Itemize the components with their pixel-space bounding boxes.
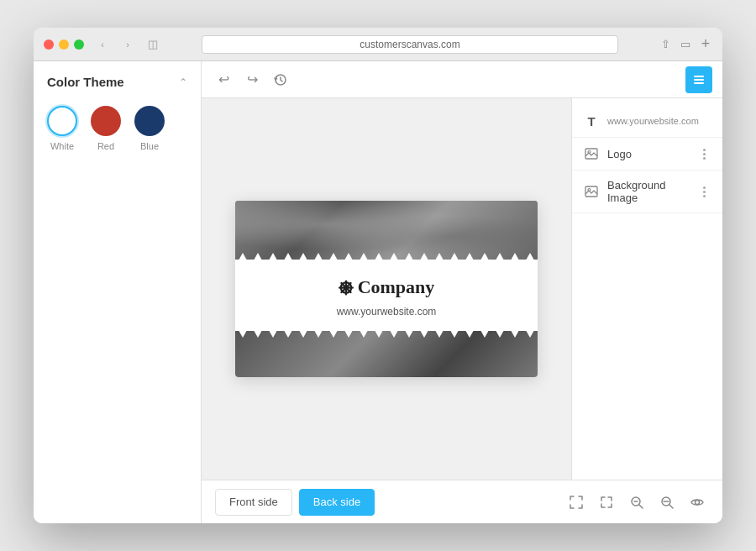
logo-layer-icon [584,146,599,161]
add-tab-icon[interactable]: + [699,38,712,51]
app-body: Color Theme ⌃ White Red Blue [34,61,722,523]
svg-line-10 [639,505,643,508]
svg-rect-1 [694,76,704,77]
swatch-item-red: Red [91,106,121,151]
logo-symbol: ⎈ [339,274,351,301]
app-window: ‹ › ◫ customerscanvas.com ⇧ ▭ + Color Th… [34,28,722,523]
svg-rect-2 [694,79,704,81]
swatch-item-blue: Blue [134,106,165,151]
close-button[interactable] [44,39,54,50]
swatch-label-blue: Blue [140,141,159,151]
left-panel: Color Theme ⌃ White Red Blue [34,61,202,523]
layer-label-logo: Logo [607,148,689,160]
redo-button[interactable]: ↪ [240,68,264,92]
svg-line-13 [669,505,673,508]
minimize-button[interactable] [59,39,69,50]
photo-bg-bottom [235,331,538,377]
undo-button[interactable]: ↩ [212,68,235,92]
fullscreen-button[interactable] [595,491,618,514]
card-content: ⎈ Company www.yourwebsite.com [235,253,538,338]
photo-bg-top [235,201,538,260]
main-area: ↩ ↪ [202,61,722,523]
sidebar-toggle-button[interactable]: ◫ [144,38,161,51]
swatch-white[interactable] [47,106,77,136]
bottom-actions [564,491,709,514]
layer-menu-logo[interactable] [697,147,711,160]
url-bar[interactable]: customerscanvas.com [202,35,618,54]
canvas-area: ⎈ Company www.yourwebsite.com [202,98,571,480]
layer-item-background[interactable]: Background Image [572,171,722,213]
company-name: Company [358,276,435,298]
preview-button[interactable] [685,491,709,514]
card-bottom-image [235,331,538,377]
canvas-wrapper: ⎈ Company www.yourwebsite.com [202,98,722,480]
back-nav-button[interactable]: ‹ [96,38,109,51]
swatch-blue[interactable] [134,106,165,136]
swatch-label-red: Red [97,141,114,151]
photo-overlay-top [235,201,538,260]
menu-dot [703,191,706,193]
duplicate-icon[interactable]: ▭ [679,38,692,51]
zoom-in-button[interactable] [625,491,648,514]
svg-point-14 [696,500,700,504]
menu-dot [703,195,706,197]
layer-item-logo[interactable]: Logo [572,138,722,171]
url-text: customerscanvas.com [360,39,459,50]
history-button[interactable] [269,68,292,92]
layers-button[interactable] [685,66,712,93]
card-website: www.yourwebsite.com [337,306,437,317]
toolbar: ↩ ↪ [202,61,722,98]
right-panel: T www.yourwebsite.com Logo [571,98,722,480]
titlebar-actions: ⇧ ▭ + [659,38,712,51]
forward-nav-button[interactable]: › [121,38,134,51]
card-top-image [235,201,538,260]
layer-label-text: www.yourwebsite.com [607,116,711,126]
panel-header: Color Theme ⌃ [47,75,187,89]
titlebar: ‹ › ◫ customerscanvas.com ⇧ ▭ + [34,28,722,61]
business-card-canvas[interactable]: ⎈ Company www.yourwebsite.com [235,201,538,377]
share-icon[interactable]: ⇧ [659,38,672,51]
panel-title: Color Theme [47,75,124,89]
menu-dot [703,153,706,155]
swatch-label-white: White [50,141,74,151]
bottom-bar: Front side Back side [202,480,722,523]
menu-dot [703,186,706,189]
text-layer-icon: T [584,113,599,129]
maximize-button[interactable] [74,39,84,50]
svg-rect-6 [585,186,597,197]
layer-menu-background[interactable] [697,185,711,198]
color-swatches: White Red Blue [47,106,187,151]
svg-rect-4 [585,149,597,159]
traffic-lights [44,39,84,50]
layer-item-text[interactable]: T www.yourwebsite.com [572,105,722,138]
menu-dot [703,157,706,160]
layer-label-background: Background Image [607,179,689,204]
svg-rect-3 [694,82,704,84]
back-side-tab[interactable]: Back side [299,489,375,516]
fit-view-button[interactable] [564,491,588,514]
toolbar-right [685,66,712,93]
swatch-item-white: White [47,106,77,151]
zoom-out-button[interactable] [655,491,679,514]
panel-collapse-button[interactable]: ⌃ [179,76,187,88]
front-side-tab[interactable]: Front side [215,489,292,516]
swatch-red[interactable] [91,106,121,136]
menu-dot [703,149,706,151]
card-logo-area: ⎈ Company [339,274,435,301]
bg-layer-icon [584,184,599,199]
